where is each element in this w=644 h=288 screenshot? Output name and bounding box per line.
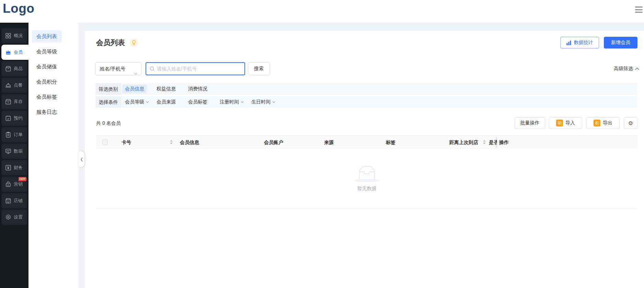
member-count-summary: 共 0 名会员 (96, 117, 121, 129)
search-input[interactable] (157, 66, 241, 71)
secondary-sidebar: 会员列表 会员等级 会员储值 会员积分 会员标签 服务日志 (28, 23, 79, 288)
title-actions: 数据统计 新增会员 (560, 37, 637, 48)
subnav-member-level[interactable]: 会员等级 (32, 45, 61, 58)
search-icon (150, 66, 155, 71)
sidebar-item-label: 商品 (14, 66, 23, 72)
filter-condition-label: 选择条件 (95, 96, 121, 108)
shop-bag-icon (5, 181, 12, 188)
page-title: 会员列表 (96, 37, 125, 48)
bar-chart-icon (566, 40, 572, 45)
condition-member-source[interactable]: 会员来源 (157, 99, 188, 105)
col-card-number: 卡号 (122, 136, 131, 149)
top-header: Logo (0, 0, 644, 23)
sidebar-item-data[interactable]: 数据 (1, 144, 27, 159)
package-icon (5, 65, 12, 72)
select-all-checkbox[interactable] (102, 140, 108, 145)
sidebar-item-inventory[interactable]: 库存 (1, 94, 27, 109)
filter-condition-row: 选择条件 会员等级 会员来源 会员标签 注册时间 生日时间 (95, 96, 637, 108)
chevron-up-icon (635, 67, 639, 70)
filter-panel: 筛选类别 会员信息 权益信息 消费情况 选择条件 会员等级 会员来源 会员标签 … (95, 83, 637, 109)
new-feature-badge: 初 (556, 120, 563, 126)
condition-member-tags[interactable]: 会员标签 (188, 99, 220, 105)
search-row: 姓名/手机号 搜索 高级筛选 (85, 62, 644, 75)
sidebar-item-ordering[interactable]: 点餐 (1, 78, 27, 93)
subnav-member-stored-value[interactable]: 会员储值 (32, 60, 61, 73)
subnav-member-tags[interactable]: 会员标签 (32, 91, 61, 103)
batch-actions-button[interactable]: 批量操作 (515, 117, 545, 129)
storefront-icon (5, 197, 12, 204)
sidebar-collapse-handle[interactable]: ❮ (79, 151, 84, 167)
condition-member-level[interactable]: 会员等级 (125, 99, 157, 105)
col-source: 来源 (324, 136, 334, 149)
hot-badge: HOT (19, 177, 26, 181)
search-input-wrapper (146, 62, 245, 75)
sidebar-item-label: 预约 (14, 115, 23, 121)
sidebar-item-label: 营销 (14, 181, 23, 187)
clipboard-icon (5, 131, 12, 138)
filter-tab-rights-info[interactable]: 权益信息 (157, 86, 188, 92)
subnav-service-log[interactable]: 服务日志 (32, 106, 61, 118)
empty-shadow (354, 179, 380, 182)
app-logo: Logo (3, 1, 34, 16)
member-table: 卡号 会员信息 会员账户 来源 标签 距离上次到店 是否 操作 (96, 135, 637, 209)
sidebar-item-orders[interactable]: 订单 (1, 127, 27, 142)
sort-icon[interactable] (483, 140, 486, 145)
data-stats-button[interactable]: 数据统计 (560, 37, 599, 48)
chevron-down-icon (241, 101, 244, 103)
search-field-select[interactable]: 姓名/手机号 (95, 62, 141, 75)
add-member-button[interactable]: 新增会员 (604, 37, 637, 48)
chevron-down-icon (146, 101, 149, 103)
tip-bulb-icon[interactable] (130, 38, 138, 47)
sidebar-item-members[interactable]: 会员 (1, 45, 28, 60)
empty-text: 暂无数据 (357, 186, 377, 192)
grid-icon (5, 32, 12, 39)
table-header: 卡号 会员信息 会员账户 来源 标签 距离上次到店 是否 操作 (96, 135, 637, 148)
col-member-account: 会员账户 (264, 136, 283, 149)
col-member-info: 会员信息 (180, 136, 199, 149)
main-area: 会员列表 数据统计 新增会员 姓名/手机号 (79, 23, 644, 288)
chevron-left-icon: ❮ (80, 157, 83, 162)
sidebar-item-label: 财务 (14, 165, 23, 171)
content-card: 会员列表 数据统计 新增会员 姓名/手机号 (85, 31, 644, 288)
sidebar-item-settings[interactable]: 设置 (1, 210, 27, 225)
col-tags: 标签 (386, 136, 395, 149)
sort-icon[interactable] (170, 140, 173, 145)
sidebar-item-label: 订单 (14, 132, 23, 138)
sidebar-item-label: 店铺 (14, 198, 23, 204)
cloche-icon (5, 82, 12, 89)
advanced-filter-toggle[interactable]: 高级筛选 (614, 62, 639, 75)
search-button[interactable]: 搜索 (248, 62, 270, 75)
sidebar-item-label: 概况 (14, 33, 23, 39)
sidebar-item-store[interactable]: 店铺 (1, 193, 27, 208)
sidebar-item-products[interactable]: 商品 (1, 61, 27, 76)
primary-sidebar: 概况 会员 商品 点餐 库存 预约 订单 数据 (0, 23, 28, 288)
subnav-member-points[interactable]: 会员积分 (32, 76, 61, 88)
condition-birthday-time[interactable]: 生日时间 (251, 99, 283, 105)
col-actions: 操作 (497, 136, 637, 149)
import-button[interactable]: 初导入 (549, 117, 582, 129)
sidebar-item-label: 数据 (14, 148, 23, 154)
condition-register-time[interactable]: 注册时间 (220, 99, 251, 105)
sidebar-item-finance[interactable]: 财务 (1, 160, 27, 175)
sidebar-item-reservations[interactable]: 预约 (1, 111, 27, 126)
col-last-visit: 距离上次到店 (449, 136, 478, 149)
sidebar-item-label: 设置 (14, 214, 23, 220)
hamburger-menu-icon[interactable] (635, 6, 643, 13)
settings-icon (5, 214, 12, 221)
column-settings-button[interactable]: ⚙ (624, 117, 637, 129)
filter-tab-consumption[interactable]: 消费情况 (188, 86, 220, 92)
table-body-empty: 暂无数据 (96, 148, 637, 209)
sidebar-item-overview[interactable]: 概况 (1, 28, 27, 43)
filter-tab-member-info[interactable]: 会员信息 (125, 85, 157, 93)
app-window: Logo 概况 会员 商品 点餐 库存 预约 订单 (0, 0, 644, 288)
chevron-down-icon (134, 67, 138, 79)
calendar-check-icon (5, 115, 12, 122)
col-clipped: 是否 (489, 136, 498, 149)
subnav-member-list[interactable]: 会员列表 (32, 30, 61, 43)
sidebar-item-label: 会员 (14, 49, 23, 55)
title-row: 会员列表 数据统计 新增会员 (96, 37, 637, 48)
sidebar-item-label: 点餐 (14, 82, 23, 88)
export-button[interactable]: 初导出 (586, 117, 620, 129)
crown-icon (5, 49, 12, 56)
sidebar-item-marketing[interactable]: 营销 HOT (1, 177, 27, 192)
